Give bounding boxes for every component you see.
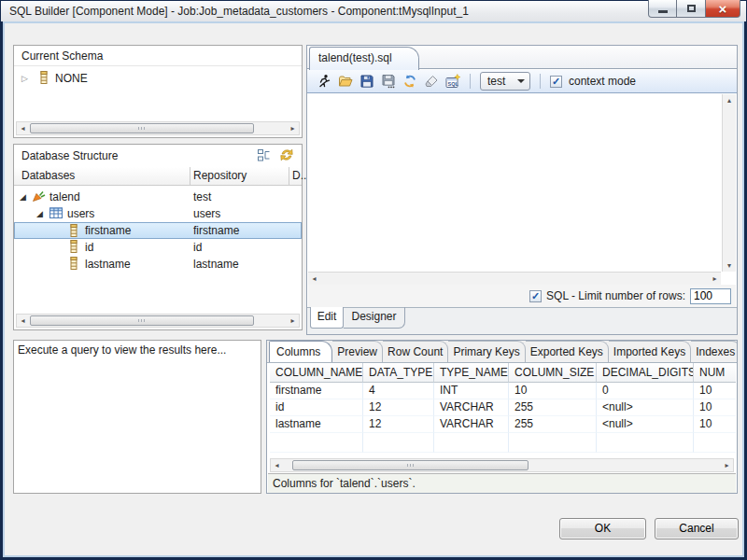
- horizontal-scrollbar[interactable]: ◂ ▸: [16, 121, 300, 135]
- horizontal-scrollbar[interactable]: ◂ ▸: [308, 272, 721, 286]
- tree-expander-icon[interactable]: ◢: [20, 189, 26, 205]
- tab-designer[interactable]: Designer: [344, 307, 405, 329]
- table-row[interactable]: id 12 VARCHAR 255 <null> 10: [270, 399, 736, 416]
- table-header[interactable]: NUM: [694, 363, 736, 383]
- metadata-tabstrip: Columns Preview Row Count Primary Keys E…: [267, 341, 737, 363]
- sql-limit-label[interactable]: SQL - Limit number of rows:: [546, 289, 685, 302]
- scroll-left-icon[interactable]: ◂: [17, 315, 29, 327]
- tree-cell-name: users: [67, 205, 94, 222]
- tab-preview[interactable]: Preview: [332, 341, 383, 362]
- limit-row: ✓ SQL - Limit number of rows:: [308, 285, 736, 307]
- database-connection-icon: [31, 189, 46, 203]
- context-mode-checkbox[interactable]: ✓: [550, 76, 562, 88]
- current-schema-header: Current Schema: [14, 46, 302, 66]
- tree-row-talend[interactable]: ◢ talend test: [14, 189, 302, 205]
- status-text: Columns for `talend`.`users`.: [268, 473, 736, 493]
- clear-editor-icon[interactable]: [424, 74, 439, 89]
- refresh-structure-icon[interactable]: [279, 147, 294, 162]
- tab-row-count[interactable]: Row Count: [383, 341, 448, 362]
- save-icon[interactable]: [359, 74, 374, 89]
- table-row[interactable]: firstname 4 INT 10 0 10: [270, 383, 736, 399]
- tree-row-lastname[interactable]: lastname lastname: [14, 256, 302, 273]
- column-icon: [66, 256, 81, 271]
- sql-editor-area[interactable]: ▴ ▾: [308, 94, 736, 272]
- limit-rows-input[interactable]: [690, 288, 731, 304]
- scrollbar-track[interactable]: [29, 122, 287, 134]
- table-cell: INT: [434, 383, 509, 399]
- scroll-left-icon[interactable]: ◂: [271, 459, 283, 471]
- scrollbar-track[interactable]: [29, 315, 287, 327]
- column-icon: [66, 239, 81, 254]
- table-header-row: COLUMN_NAME DATA_TYPE TYPE_NAME COLUMN_S…: [270, 363, 736, 383]
- table-cell: 12: [363, 399, 434, 416]
- scrollbar-thumb[interactable]: [30, 315, 254, 326]
- scrollbar-thumb[interactable]: [292, 460, 529, 470]
- minimize-button[interactable]: [648, 0, 677, 18]
- tree-row-firstname[interactable]: firstname firstname: [14, 222, 302, 239]
- tree-expander-icon[interactable]: ▷: [21, 70, 28, 87]
- refresh-icon[interactable]: [402, 74, 417, 89]
- column-header-databases[interactable]: Databases: [21, 167, 75, 185]
- scrollbar-track[interactable]: [320, 273, 709, 286]
- editor-tab[interactable]: talend(test).sql: [309, 47, 419, 70]
- scroll-left-icon[interactable]: ◂: [17, 122, 29, 134]
- column-header-repository[interactable]: Repository: [193, 167, 247, 185]
- tree-row-id[interactable]: id id: [14, 239, 302, 256]
- table-header[interactable]: COLUMN_NAME: [270, 363, 363, 383]
- scrollbar-thumb[interactable]: [30, 123, 254, 133]
- scrollbar-track[interactable]: [283, 459, 721, 471]
- toolbar-separator: [540, 74, 541, 89]
- table-cell: <null>: [597, 399, 694, 416]
- context-mode-label[interactable]: context mode: [569, 75, 636, 88]
- cancel-button[interactable]: Cancel: [655, 518, 739, 539]
- scroll-right-icon[interactable]: ▸: [287, 315, 299, 327]
- scroll-right-icon[interactable]: ▸: [721, 459, 733, 471]
- collapse-tree-icon[interactable]: [257, 147, 272, 162]
- sql-limit-checkbox[interactable]: ✓: [529, 290, 542, 302]
- tab-exported-keys[interactable]: Exported Keys: [526, 341, 609, 362]
- sql-editor-folder: talend(test).sql: [306, 45, 738, 335]
- tab-columns[interactable]: Columns: [269, 341, 332, 363]
- maximize-button[interactable]: [677, 0, 706, 18]
- vertical-scrollbar[interactable]: ▴ ▾: [722, 94, 736, 272]
- table-header[interactable]: DATA_TYPE: [363, 363, 434, 383]
- scroll-right-icon[interactable]: ▸: [287, 122, 299, 134]
- tree-cell-repository: firstname: [193, 223, 239, 238]
- horizontal-scrollbar[interactable]: ◂ ▸: [270, 458, 734, 472]
- ok-button[interactable]: OK: [559, 518, 646, 539]
- table-header[interactable]: COLUMN_SIZE: [509, 363, 597, 383]
- close-button[interactable]: ×: [706, 0, 740, 18]
- table-row[interactable]: lastname 12 VARCHAR 255 <null> 10: [270, 416, 736, 433]
- database-selector-dropdown[interactable]: test: [480, 72, 530, 91]
- tree-column-headers: Databases Repository D...: [14, 167, 302, 186]
- table-cell: 10: [694, 416, 736, 433]
- horizontal-scrollbar[interactable]: ◂ ▸: [16, 314, 300, 328]
- table-cell: 10: [694, 399, 736, 416]
- tree-row-users[interactable]: ◢ users users: [14, 205, 302, 222]
- table-cell: 10: [694, 383, 736, 399]
- scroll-down-icon[interactable]: ▾: [723, 259, 736, 272]
- tree-expander-icon[interactable]: ◢: [36, 205, 43, 222]
- table-header[interactable]: TYPE_NAME: [434, 363, 509, 383]
- save-as-icon[interactable]: [381, 74, 396, 89]
- tab-imported-keys[interactable]: Imported Keys: [609, 341, 691, 362]
- open-file-icon[interactable]: [338, 74, 353, 89]
- tab-primary-keys[interactable]: Primary Keys: [448, 341, 525, 362]
- scroll-up-icon[interactable]: ▴: [723, 94, 736, 106]
- tab-indexes[interactable]: Indexes: [691, 341, 737, 362]
- table-header[interactable]: DECIMAL_DIGITS: [597, 363, 694, 383]
- tab-edit[interactable]: Edit: [310, 307, 344, 329]
- new-sql-editor-icon[interactable]: SQL: [445, 74, 460, 89]
- tree-cell-repository: id: [193, 239, 202, 256]
- tree-cell-repository: lastname: [193, 256, 239, 273]
- run-query-icon[interactable]: [317, 74, 331, 89]
- table-icon: [49, 205, 63, 220]
- tree-item-none[interactable]: ▷ NONE: [14, 70, 302, 87]
- scroll-right-icon[interactable]: ▸: [709, 273, 721, 286]
- tree-cell-name: firstname: [85, 223, 131, 238]
- titlebar[interactable]: SQL Builder [Component Mode] - Job:Job_m…: [1, 1, 746, 21]
- database-structure-panel: Database Structure Databases Repository …: [13, 144, 303, 330]
- scroll-left-icon[interactable]: ◂: [308, 273, 320, 286]
- table-empty-row: [270, 433, 736, 453]
- table-cell: 12: [363, 416, 434, 433]
